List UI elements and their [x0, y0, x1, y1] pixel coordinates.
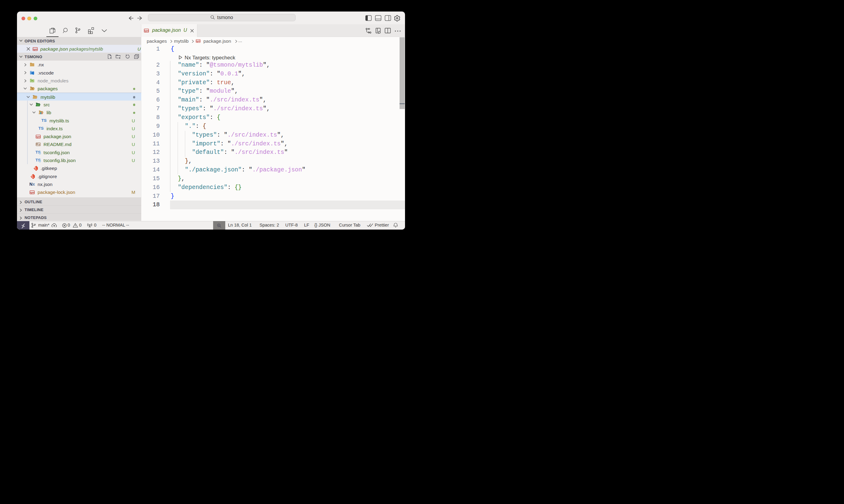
svg-text:npm: npm — [33, 48, 38, 51]
svg-text:</>: </> — [37, 104, 40, 106]
svg-text:npm: npm — [36, 136, 41, 138]
svg-text:js: js — [31, 80, 33, 82]
svg-text:npm: npm — [30, 191, 35, 194]
svg-text:npm: npm — [144, 30, 149, 32]
svg-text:npm: npm — [196, 40, 200, 42]
